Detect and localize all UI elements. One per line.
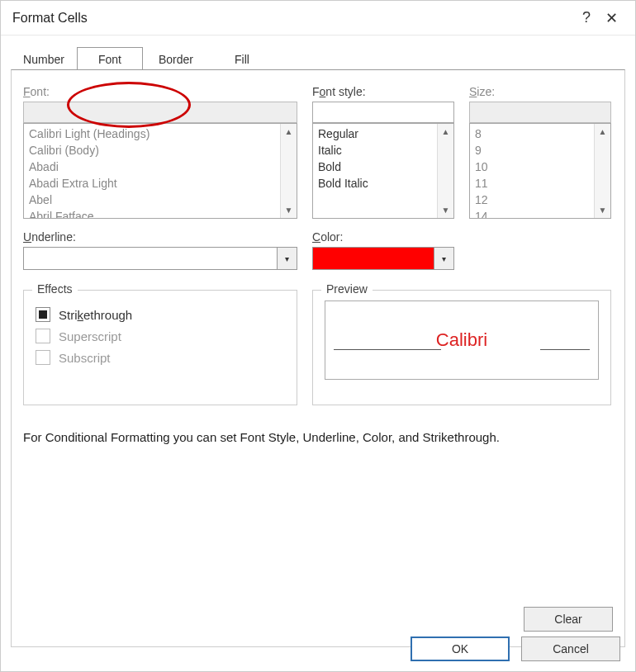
size-option[interactable]: 14 xyxy=(475,208,589,219)
preview-sample: Calibri xyxy=(436,329,487,351)
window-title: Format Cells xyxy=(12,11,574,26)
color-swatch[interactable] xyxy=(312,247,434,270)
underline-combo[interactable]: ▾ xyxy=(23,247,297,270)
tab-strip: Number Font Border Fill xyxy=(11,47,625,70)
titlebar: Format Cells ? ✕ xyxy=(1,1,635,35)
size-option[interactable]: 9 xyxy=(475,142,589,159)
font-option[interactable]: Abel xyxy=(29,192,275,208)
font-style-option[interactable]: Bold xyxy=(318,159,432,175)
tab-fill[interactable]: Fill xyxy=(209,47,275,70)
font-scrollbar[interactable]: ▲ ▼ xyxy=(280,124,297,218)
help-icon[interactable]: ? xyxy=(574,9,599,26)
preview-baseline xyxy=(334,349,441,350)
size-label: Size: xyxy=(469,85,611,98)
preview-legend: Preview xyxy=(321,282,373,296)
close-icon[interactable]: ✕ xyxy=(599,9,624,27)
chevron-down-icon[interactable]: ▾ xyxy=(278,247,297,270)
size-option[interactable]: 12 xyxy=(475,192,589,208)
font-style-option[interactable]: Italic xyxy=(318,142,432,159)
checkbox-icon[interactable] xyxy=(36,307,50,322)
font-style-scrollbar[interactable]: ▲ ▼ xyxy=(437,124,453,218)
font-style-option[interactable]: Regular xyxy=(318,125,432,142)
font-style-label: Font style: xyxy=(312,85,454,98)
format-cells-dialog: Format Cells ? ✕ Number Font Border Fill… xyxy=(0,0,636,672)
preview-box: Calibri xyxy=(325,301,599,380)
cancel-button[interactable]: Cancel xyxy=(521,637,620,661)
subscript-checkbox: Subscript xyxy=(36,350,285,365)
strikethrough-checkbox[interactable]: Strikethrough xyxy=(36,307,285,322)
checkbox-icon xyxy=(36,329,50,343)
superscript-label: Superscript xyxy=(59,329,121,343)
chevron-up-icon[interactable]: ▲ xyxy=(285,127,293,136)
size-option[interactable]: 10 xyxy=(475,159,589,175)
chevron-down-icon[interactable]: ▼ xyxy=(285,206,293,215)
font-option[interactable]: Calibri (Body) xyxy=(29,142,275,159)
clear-button[interactable]: Clear xyxy=(524,607,613,632)
color-label: Color: xyxy=(312,230,454,244)
font-option[interactable]: Abadi xyxy=(29,159,275,175)
chevron-down-icon[interactable]: ▼ xyxy=(599,206,607,215)
font-input[interactable] xyxy=(23,102,297,123)
font-style-option[interactable]: Bold Italic xyxy=(318,175,432,192)
effects-legend: Effects xyxy=(32,282,78,296)
tab-border[interactable]: Border xyxy=(143,47,209,70)
size-input[interactable] xyxy=(469,102,611,123)
color-combo[interactable]: ▾ xyxy=(312,247,454,270)
preview-group: Preview Calibri xyxy=(312,290,611,405)
checkbox-icon xyxy=(36,350,50,365)
font-option[interactable]: Abadi Extra Light xyxy=(29,175,275,192)
hint-text: For Conditional Formatting you can set F… xyxy=(23,430,613,444)
chevron-down-icon[interactable]: ▾ xyxy=(434,247,454,270)
size-option[interactable]: 11 xyxy=(475,175,589,192)
font-label: Font: xyxy=(23,85,297,98)
size-option[interactable]: 8 xyxy=(475,125,589,142)
font-listbox[interactable]: Calibri Light (Headings) Calibri (Body) … xyxy=(23,123,297,219)
size-listbox[interactable]: 8 9 10 11 12 14 ▲ ▼ xyxy=(469,123,611,219)
preview-baseline xyxy=(540,349,590,350)
underline-value[interactable] xyxy=(23,247,278,270)
underline-label: Underline: xyxy=(23,230,297,244)
chevron-down-icon[interactable]: ▼ xyxy=(442,206,450,215)
strikethrough-label: Strikethrough xyxy=(59,308,132,322)
font-option[interactable]: Calibri Light (Headings) xyxy=(29,125,275,142)
tab-panel-font: Font: Calibri Light (Headings) Calibri (… xyxy=(11,69,625,647)
effects-group: Effects Strikethrough Superscript Subscr… xyxy=(23,290,297,405)
superscript-checkbox: Superscript xyxy=(36,329,285,343)
ok-button[interactable]: OK xyxy=(411,637,510,661)
subscript-label: Subscript xyxy=(59,351,111,365)
tab-font[interactable]: Font xyxy=(77,47,143,70)
chevron-up-icon[interactable]: ▲ xyxy=(442,127,450,136)
chevron-up-icon[interactable]: ▲ xyxy=(599,127,607,136)
size-scrollbar[interactable]: ▲ ▼ xyxy=(594,124,610,218)
font-style-listbox[interactable]: Regular Italic Bold Bold Italic ▲ ▼ xyxy=(312,123,454,219)
font-style-input[interactable] xyxy=(312,102,454,123)
tab-number[interactable]: Number xyxy=(11,47,77,70)
font-option[interactable]: Abril Fatface xyxy=(29,208,275,219)
